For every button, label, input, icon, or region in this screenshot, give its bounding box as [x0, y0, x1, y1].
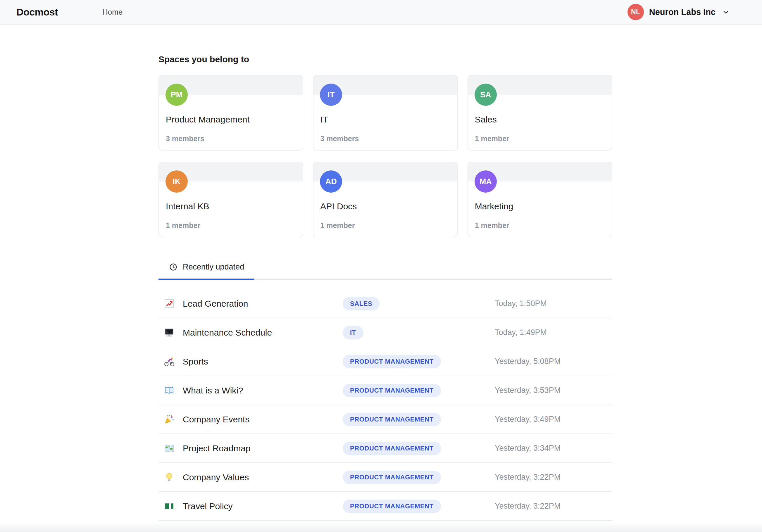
updated-time: Yesterday, 3:53PM	[495, 386, 561, 395]
updated-time: Yesterday, 3:22PM	[495, 501, 561, 511]
space-name: IT	[320, 114, 328, 124]
light-bulb-icon	[164, 472, 183, 483]
space-member-count: 1 member	[320, 221, 355, 230]
app-logo[interactable]: Docmost	[16, 6, 58, 18]
page-row-company-events[interactable]: Company Events PRODUCT MANAGEMENT Yester…	[159, 405, 612, 434]
space-avatar: AD	[320, 170, 342, 192]
page-row-maintenance-schedule[interactable]: Maintenance Schedule IT Today, 1:49PM	[159, 318, 612, 347]
space-avatar: SA	[475, 84, 497, 106]
chart-increasing-icon	[164, 298, 183, 309]
space-name: Sales	[475, 114, 497, 124]
updated-time: Yesterday, 3:34PM	[495, 444, 561, 453]
nav-home-link[interactable]: Home	[102, 8, 122, 17]
page-row-sports[interactable]: Sports PRODUCT MANAGEMENT Yesterday, 5:0…	[159, 347, 612, 376]
open-book-icon	[164, 385, 183, 396]
space-badge: PRODUCT MANAGEMENT	[343, 355, 441, 368]
updated-time: Yesterday, 3:22PM	[495, 473, 561, 482]
space-badge: SALES	[343, 297, 380, 310]
person-biking-icon	[164, 356, 183, 367]
space-member-count: 1 member	[475, 221, 509, 230]
page-title: Company Values	[183, 472, 249, 482]
tabs-bar: Recently updated	[159, 263, 612, 280]
space-name: Internal KB	[166, 201, 209, 211]
page-title: Travel Policy	[183, 501, 233, 511]
page-row-project-roadmap[interactable]: Project Roadmap PRODUCT MANAGEMENT Yeste…	[159, 434, 612, 463]
page-title: What is a Wiki?	[183, 386, 243, 396]
page-row-what-is-a-wiki[interactable]: What is a Wiki? PRODUCT MANAGEMENT Yeste…	[159, 376, 612, 405]
chevron-down-icon	[722, 8, 730, 16]
page-title: Project Roadmap	[183, 443, 251, 453]
page-row-travel-policy[interactable]: Travel Policy PRODUCT MANAGEMENT Yesterd…	[159, 492, 612, 521]
space-name: Product Management	[166, 114, 250, 124]
space-avatar: IT	[320, 84, 342, 106]
page-title: Lead Generation	[183, 299, 248, 309]
clock-icon	[169, 263, 178, 271]
page-title: Maintenance Schedule	[183, 328, 272, 338]
space-avatar: PM	[166, 84, 188, 106]
scroll-fade	[0, 522, 762, 532]
desktop-computer-icon	[164, 327, 183, 338]
workspace-switcher[interactable]: NL Neuron Labs Inc	[628, 4, 730, 20]
world-map-icon	[164, 443, 183, 454]
space-card-api-docs[interactable]: AD API Docs 1 member	[313, 162, 458, 237]
space-badge: IT	[343, 326, 363, 340]
space-member-count: 1 member	[475, 134, 509, 143]
space-card-internal-kb[interactable]: IK Internal KB 1 member	[159, 162, 303, 237]
space-member-count: 1 member	[166, 221, 200, 230]
updated-time: Today, 1:50PM	[495, 299, 547, 308]
space-name: API Docs	[320, 201, 357, 211]
updated-time: Yesterday, 3:49PM	[495, 415, 561, 424]
page-row-company-values[interactable]: Company Values PRODUCT MANAGEMENT Yester…	[159, 463, 612, 492]
spaces-heading: Spaces you belong to	[159, 25, 612, 64]
page-title: Company Events	[183, 415, 250, 424]
tab-recently-updated[interactable]: Recently updated	[159, 263, 254, 280]
space-card-sales[interactable]: SA Sales 1 member	[468, 75, 612, 151]
space-member-count: 3 members	[166, 134, 204, 143]
space-card-marketing[interactable]: MA Marketing 1 member	[468, 162, 612, 237]
recently-updated-list: Lead Generation SALES Today, 1:50PM Main…	[159, 289, 612, 521]
top-bar: Docmost Home NL Neuron Labs Inc	[0, 0, 762, 25]
space-member-count: 3 members	[320, 134, 359, 143]
workspace-name: Neuron Labs Inc	[649, 7, 716, 17]
updated-time: Today, 1:49PM	[495, 328, 547, 337]
space-badge: PRODUCT MANAGEMENT	[343, 442, 441, 455]
space-card-product-management[interactable]: PM Product Management 3 members	[159, 75, 303, 151]
spaces-grid: PM Product Management 3 members IT IT 3 …	[159, 75, 612, 237]
space-name: Marketing	[475, 201, 513, 211]
space-badge: PRODUCT MANAGEMENT	[343, 499, 441, 513]
main-content: Spaces you belong to PM Product Manageme…	[159, 25, 612, 521]
space-avatar: IK	[166, 170, 188, 192]
space-badge: PRODUCT MANAGEMENT	[343, 413, 441, 426]
space-badge: PRODUCT MANAGEMENT	[343, 384, 441, 397]
party-popper-icon	[164, 414, 183, 425]
space-badge: PRODUCT MANAGEMENT	[343, 471, 441, 484]
page-title: Sports	[183, 357, 208, 366]
space-card-it[interactable]: IT IT 3 members	[313, 75, 458, 151]
nigeria-flag-icon	[164, 501, 183, 511]
tab-label: Recently updated	[183, 263, 244, 271]
workspace-avatar: NL	[628, 4, 644, 20]
updated-time: Yesterday, 5:08PM	[495, 357, 561, 366]
space-avatar: MA	[475, 170, 497, 192]
page-row-lead-generation[interactable]: Lead Generation SALES Today, 1:50PM	[159, 289, 612, 318]
